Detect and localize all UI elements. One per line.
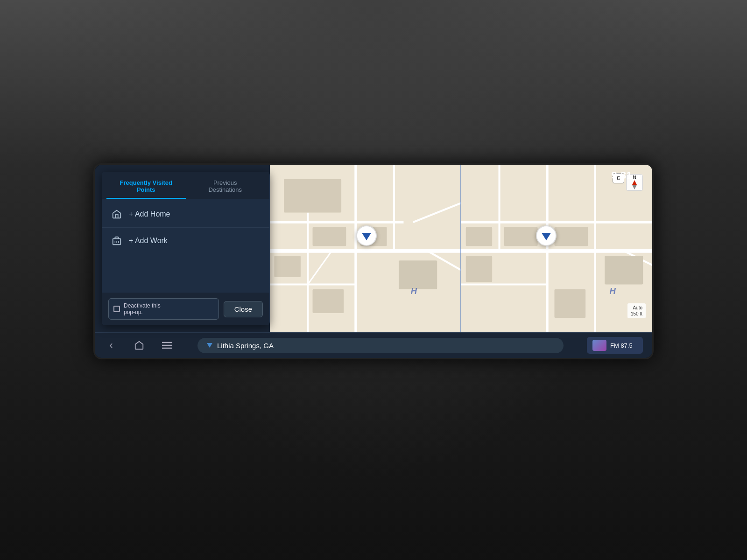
main-content-area: Frequently Visited Points Previous Desti… (95, 165, 652, 332)
svg-rect-33 (504, 227, 538, 246)
svg-text:H: H (609, 286, 616, 296)
popup-footer: Deactivate this pop-up. Close (102, 293, 269, 325)
location-text: Lithia Springs, GA (217, 342, 274, 350)
radio-thumbnail (592, 340, 606, 351)
svg-rect-34 (555, 227, 588, 246)
deactivate-button[interactable]: Deactivate this pop-up. (108, 298, 219, 320)
svg-rect-36 (605, 256, 643, 285)
nav-arrow-left-icon (362, 233, 371, 240)
tabs-container: Frequently Visited Points Previous Desti… (102, 172, 269, 199)
menu-items-list: + Add Home (102, 199, 269, 293)
nav-arrow-right-icon (542, 233, 551, 240)
menu-icon (162, 341, 172, 350)
screen-content: 9:31 AM Frequently Visited Points Previo… (95, 165, 652, 358)
back-button[interactable]: ‹ (104, 338, 118, 352)
deactivate-label: Deactivate this pop-up. (124, 302, 161, 315)
add-home-label: + Add Home (129, 210, 170, 218)
close-button[interactable]: Close (224, 301, 263, 317)
home-nav-icon (134, 340, 144, 350)
map-svg: H (270, 165, 652, 332)
svg-text:H: H (411, 286, 417, 296)
deactivate-checkbox[interactable] (113, 306, 120, 312)
svg-rect-32 (466, 227, 492, 246)
scale-label: Auto 150 ft (631, 305, 642, 317)
svg-rect-16 (313, 227, 346, 246)
nav-arrow-left[interactable] (356, 225, 377, 246)
nav-arrow-right[interactable] (536, 225, 557, 246)
add-work-label: + Add Work (129, 237, 168, 245)
bottom-nav: ‹ Lithia Springs, (95, 332, 652, 358)
svg-rect-21 (284, 179, 341, 213)
home-icon (111, 209, 122, 220)
menu-button[interactable] (160, 338, 174, 352)
radio-widget[interactable]: FM 87.5 (587, 337, 643, 354)
home-button[interactable] (132, 338, 146, 352)
svg-rect-20 (399, 260, 437, 289)
clock-time: 9:31 (611, 169, 632, 182)
svg-rect-18 (274, 256, 300, 277)
svg-rect-19 (313, 289, 344, 313)
tab-previous-destinations[interactable]: Previous Destinations (186, 175, 265, 199)
car-interior: 9:31 AM Frequently Visited Points Previo… (0, 0, 747, 560)
work-icon (111, 235, 122, 246)
map-scale: Auto 150 ft (627, 303, 646, 318)
add-home-item[interactable]: + Add Home (102, 201, 269, 228)
clock-ampm: AM (634, 173, 643, 180)
location-bar[interactable]: Lithia Springs, GA (197, 338, 564, 353)
svg-rect-37 (555, 289, 586, 318)
clock-area: 9:31 AM (611, 169, 643, 182)
location-icon (207, 343, 212, 348)
map-area[interactable]: H (270, 165, 652, 332)
radio-label: FM 87.5 (610, 342, 633, 349)
compass-south-arrow (632, 185, 637, 189)
popup-panel: Frequently Visited Points Previous Desti… (102, 172, 270, 325)
add-work-item[interactable]: + Add Work (102, 228, 269, 254)
svg-rect-35 (466, 256, 492, 282)
tab-frequently-visited[interactable]: Frequently Visited Points (106, 175, 186, 199)
infotainment-screen: 9:31 AM Frequently Visited Points Previo… (93, 163, 654, 359)
